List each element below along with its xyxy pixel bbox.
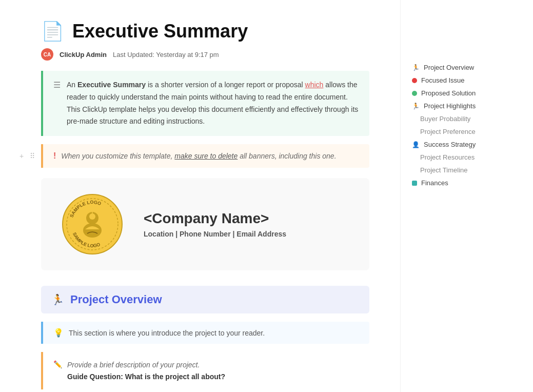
sidebar-label: Project Highlights bbox=[424, 102, 476, 110]
section-title: Project Overview bbox=[70, 293, 162, 306]
avatar: CA bbox=[41, 48, 53, 61]
section-icon: 🏃 bbox=[51, 293, 64, 306]
sidebar-label: Buyer Probability bbox=[420, 115, 470, 123]
logo-svg: SAMPLE LOGO SAMPLE LOGO bbox=[62, 193, 123, 255]
guide-question: Guide Question: What is the project all … bbox=[67, 373, 225, 381]
sidebar-item-project-highlights[interactable]: 🏃Project Highlights bbox=[409, 100, 505, 112]
sidebar-emoji-icon: 👤 bbox=[412, 141, 420, 148]
sidebar-item-project-timeline[interactable]: Project Timeline bbox=[409, 164, 505, 176]
sidebar-label: Finances bbox=[421, 179, 448, 187]
sidebar-item-project-resources[interactable]: Project Resources bbox=[409, 151, 505, 163]
warning-icon: ! bbox=[53, 151, 56, 161]
warning-block-text: When you customize this template, make s… bbox=[61, 152, 336, 160]
warning-text-after: all banners, including this one. bbox=[238, 152, 336, 160]
info-block-icon: ☰ bbox=[53, 80, 61, 90]
bulb-icon: 💡 bbox=[53, 328, 64, 338]
guide-italic: Provide a brief description of your proj… bbox=[67, 361, 200, 369]
bold-term: Executive Summary bbox=[77, 81, 146, 89]
company-info: <Company Name> Location | Phone Number |… bbox=[144, 210, 286, 238]
warning-block: ! When you customize this template, make… bbox=[41, 144, 369, 168]
dot-icon bbox=[412, 91, 417, 96]
sidebar-emoji-icon: 🏃 bbox=[412, 103, 420, 110]
sidebar-label: Project Timeline bbox=[420, 166, 467, 174]
warning-text-before: When you customize this template, bbox=[61, 152, 174, 160]
info-block: ☰ An Executive Summary is a shorter vers… bbox=[41, 71, 369, 136]
document-icon: 📄 bbox=[41, 21, 64, 42]
sidebar-item-success-strategy[interactable]: 👤Success Strategy bbox=[409, 139, 505, 150]
warning-row: + ⠿ ! When you customize this template, … bbox=[41, 144, 369, 168]
delete-link[interactable]: make sure to delete bbox=[174, 152, 238, 160]
sidebar-label: Success Strategy bbox=[424, 141, 476, 148]
svg-point-7 bbox=[89, 213, 95, 220]
sidebar-label: Proposed Solution bbox=[421, 89, 476, 97]
sidebar-item-buyer-probability[interactable]: Buyer Probability bbox=[409, 113, 505, 125]
row-actions: + ⠿ bbox=[17, 151, 37, 161]
pencil-icon: ✏️ bbox=[53, 360, 62, 368]
section-header-project-overview: 🏃 Project Overview bbox=[41, 286, 369, 313]
page-header: 📄 Executive Summary bbox=[41, 21, 369, 42]
page-title: Executive Summary bbox=[72, 21, 248, 42]
company-name: <Company Name> bbox=[144, 210, 286, 227]
which-link[interactable]: which bbox=[305, 81, 324, 89]
sidebar-label: Project Overview bbox=[424, 64, 474, 71]
section-intro: 💡 This section is where you introduce th… bbox=[41, 322, 369, 344]
main-content: 📄 Executive Summary CA ClickUp Admin Las… bbox=[0, 0, 400, 392]
drag-handle[interactable]: ⠿ bbox=[28, 151, 37, 161]
sidebar-item-proposed-solution[interactable]: Proposed Solution bbox=[409, 87, 505, 99]
dot-icon bbox=[412, 78, 417, 83]
add-row-button[interactable]: + bbox=[17, 151, 26, 161]
info-block-text: An Executive Summary is a shorter versio… bbox=[67, 79, 359, 128]
guide-block-text: Provide a brief description of your proj… bbox=[67, 359, 225, 382]
sidebar: 🏃Project OverviewFocused IssueProposed S… bbox=[400, 0, 513, 392]
sidebar-label: Project Resources bbox=[420, 153, 475, 161]
sidebar-item-focused-issue[interactable]: Focused Issue bbox=[409, 74, 505, 86]
author-name: ClickUp Admin bbox=[60, 51, 107, 58]
company-details: Location | Phone Number | Email Address bbox=[144, 230, 286, 238]
sidebar-item-project-overview[interactable]: 🏃Project Overview bbox=[409, 62, 505, 73]
last-updated: Last Updated: Yesterday at 9:17 pm bbox=[113, 51, 219, 58]
sidebar-item-project-preference[interactable]: Project Preference bbox=[409, 126, 505, 138]
meta-row: CA ClickUp Admin Last Updated: Yesterday… bbox=[41, 48, 369, 61]
section-intro-text: This section is where you introduce the … bbox=[69, 329, 265, 337]
sidebar-label: Focused Issue bbox=[421, 76, 465, 84]
sidebar-item-finances[interactable]: Finances bbox=[409, 177, 505, 189]
svg-point-5 bbox=[83, 223, 102, 238]
guide-block: ✏️ Provide a brief description of your p… bbox=[41, 352, 369, 389]
sidebar-label: Project Preference bbox=[420, 128, 476, 135]
company-logo: SAMPLE LOGO SAMPLE LOGO bbox=[62, 193, 123, 255]
company-card: SAMPLE LOGO SAMPLE LOGO <Company Name> L… bbox=[41, 178, 369, 270]
sidebar-emoji-icon: 🏃 bbox=[412, 64, 420, 71]
square-icon bbox=[412, 181, 417, 186]
